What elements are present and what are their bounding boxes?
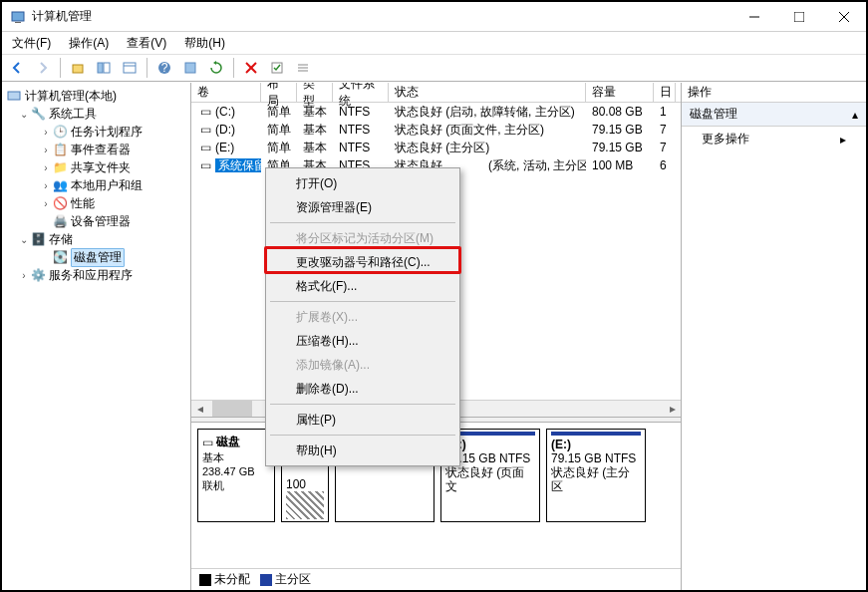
minimize-button[interactable]	[731, 3, 776, 31]
chevron-right-icon[interactable]: ›	[40, 145, 52, 155]
menu-extend: 扩展卷(X)...	[268, 305, 457, 329]
disk-info[interactable]: ▭磁盘 基本 238.47 GB 联机	[197, 429, 275, 522]
storage-icon: 🗄️	[30, 231, 46, 247]
settings-button[interactable]	[266, 57, 288, 79]
col-status[interactable]: 状态	[389, 83, 586, 102]
col-volume[interactable]: 卷	[191, 83, 261, 102]
users-icon: 👥	[52, 177, 68, 193]
chevron-down-icon[interactable]: ⌄	[18, 234, 30, 245]
cell-rest: 6	[654, 158, 676, 172]
menu-view[interactable]: 查看(V)	[123, 33, 170, 54]
list-header[interactable]: 卷 布局 类型 文件系统 状态 容量 日	[191, 83, 681, 103]
partition-status: 状态良好 (页面文	[445, 465, 535, 493]
chevron-down-icon[interactable]: ⌄	[18, 109, 30, 120]
scroll-right-icon[interactable]: ▸	[664, 401, 681, 417]
menu-change-drive-letter[interactable]: 更改驱动器号和路径(C)...	[268, 250, 457, 274]
maximize-button[interactable]	[776, 3, 821, 31]
tree-item-label: 性能	[71, 195, 95, 212]
forward-button[interactable]	[32, 57, 54, 79]
actions-more-label: 更多操作	[702, 131, 749, 148]
disk-label: 磁盘	[216, 434, 240, 450]
col-capacity[interactable]: 容量	[586, 83, 654, 102]
nav-tree[interactable]: 计算机管理(本地) ⌄🔧系统工具 ›🕒任务计划程序 ›📋事件查看器 ›📁共享文件…	[2, 83, 191, 590]
menu-open[interactable]: 打开(O)	[268, 171, 457, 195]
volume-list[interactable]: 卷 布局 类型 文件系统 状态 容量 日 ▭(C:) 简单 基本 NTFS 状态…	[191, 83, 681, 174]
tree-disk-management[interactable]: 💽磁盘管理	[4, 248, 188, 266]
tree-systools[interactable]: ⌄🔧系统工具	[4, 105, 188, 123]
tree-systools-label: 系统工具	[49, 106, 97, 123]
col-rest[interactable]: 日	[654, 83, 676, 102]
menu-file[interactable]: 文件(F)	[8, 33, 55, 54]
show-hide-tree-button[interactable]	[93, 57, 115, 79]
menu-format[interactable]: 格式化(F)...	[268, 274, 457, 298]
tree-local-users[interactable]: ›👥本地用户和组	[4, 176, 188, 194]
menu-help[interactable]: 帮助(H)	[268, 439, 457, 462]
menu-properties[interactable]: 属性(P)	[268, 408, 457, 432]
chevron-right-icon[interactable]: ›	[40, 180, 52, 191]
svg-rect-13	[185, 63, 195, 73]
drive-icon: ▭	[197, 105, 213, 119]
collapse-icon[interactable]: ▴	[852, 108, 858, 122]
cell-status: 状态良好 (页面文件, 主分区)	[389, 122, 586, 139]
menu-action[interactable]: 操作(A)	[65, 33, 113, 54]
partition-bar	[551, 432, 641, 436]
cell-cap: 100 MB	[586, 158, 654, 172]
tree-item-label: 设备管理器	[71, 213, 131, 230]
cell-status-suffix: (系统, 活动, 主分区)	[488, 158, 586, 172]
legend: 未分配 主分区	[191, 568, 681, 590]
cell-vol: (D:)	[215, 123, 235, 137]
chevron-right-icon[interactable]: ›	[40, 162, 52, 173]
chevron-right-icon[interactable]: ›	[40, 198, 52, 209]
context-menu[interactable]: 打开(O) 资源管理器(E) 将分区标记为活动分区(M) 更改驱动器号和路径(C…	[265, 167, 460, 466]
up-button[interactable]	[67, 57, 89, 79]
toolbar: ?	[2, 54, 866, 82]
tree-storage[interactable]: ⌄🗄️存储	[4, 230, 188, 248]
tree-event-viewer[interactable]: ›📋事件查看器	[4, 141, 188, 158]
table-row[interactable]: ▭(D:) 简单 基本 NTFS 状态良好 (页面文件, 主分区) 79.15 …	[191, 121, 681, 139]
list-button[interactable]	[119, 57, 141, 79]
col-fs[interactable]: 文件系统	[333, 83, 389, 102]
app-icon	[10, 9, 26, 25]
tree-task-scheduler[interactable]: ›🕒任务计划程序	[4, 123, 188, 141]
drive-icon: ▭	[197, 123, 213, 137]
col-type[interactable]: 类型	[297, 83, 333, 102]
share-icon: 📁	[52, 159, 68, 175]
help-button[interactable]: ?	[153, 57, 175, 79]
perf-icon: 🚫	[52, 195, 68, 211]
tree-item-label: 事件查看器	[71, 142, 131, 158]
svg-rect-6	[73, 65, 83, 73]
actions-pane: 操作 磁盘管理 ▴ 更多操作 ▸	[682, 83, 866, 590]
menu-help[interactable]: 帮助(H)	[180, 33, 229, 54]
menu-add-mirror: 添加镜像(A)...	[268, 353, 457, 377]
chevron-right-icon: ▸	[840, 133, 846, 147]
menu-mark-active: 将分区标记为活动分区(M)	[268, 226, 457, 250]
menu-explorer[interactable]: 资源管理器(E)	[268, 195, 457, 219]
scroll-thumb[interactable]	[212, 401, 252, 417]
tree-root[interactable]: 计算机管理(本地)	[4, 87, 188, 105]
col-layout[interactable]: 布局	[261, 83, 297, 102]
chevron-right-icon[interactable]: ›	[40, 127, 52, 138]
menubar: 文件(F) 操作(A) 查看(V) 帮助(H)	[2, 32, 866, 54]
close-button[interactable]	[821, 3, 866, 31]
actions-section[interactable]: 磁盘管理 ▴	[682, 103, 866, 127]
refresh-button[interactable]	[205, 57, 227, 79]
tree-performance[interactable]: ›🚫性能	[4, 194, 188, 212]
tree-device-manager[interactable]: 🖨️设备管理器	[4, 212, 188, 230]
back-button[interactable]	[6, 57, 28, 79]
table-row[interactable]: ▭(C:) 简单 基本 NTFS 状态良好 (启动, 故障转储, 主分区) 80…	[191, 103, 681, 121]
chevron-right-icon[interactable]: ›	[18, 270, 30, 281]
titlebar: 计算机管理	[2, 2, 866, 32]
menu-delete-volume[interactable]: 删除卷(D)...	[268, 377, 457, 401]
table-row[interactable]: ▭(E:) 简单 基本 NTFS 状态良好 (主分区) 79.15 GB 7	[191, 139, 681, 156]
scroll-left-icon[interactable]: ◂	[191, 401, 208, 417]
menu-shrink[interactable]: 压缩卷(H)...	[268, 329, 457, 353]
props-icon[interactable]	[179, 57, 201, 79]
tree-shared-folders[interactable]: ›📁共享文件夹	[4, 158, 188, 176]
partition-e[interactable]: (E:) 79.15 GB NTFS 状态良好 (主分区	[546, 429, 646, 522]
delete-button[interactable]	[240, 57, 262, 79]
cell-vol: (C:)	[215, 105, 235, 119]
tree-services[interactable]: ›⚙️服务和应用程序	[4, 266, 188, 284]
tree-services-label: 服务和应用程序	[49, 267, 133, 284]
list2-button[interactable]	[292, 57, 314, 79]
actions-more[interactable]: 更多操作 ▸	[682, 127, 866, 151]
